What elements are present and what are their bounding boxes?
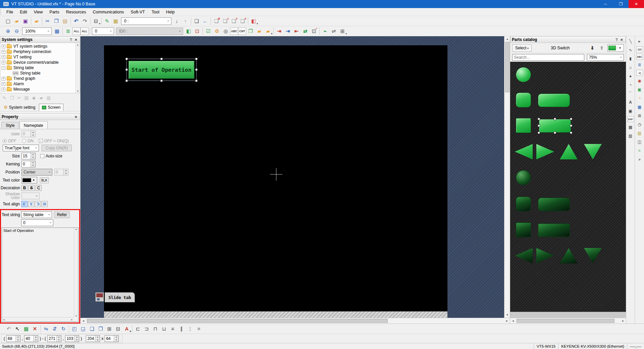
tree-expander[interactable]: + [2, 77, 5, 81]
workspace[interactable]: Start of Operation Slide tab [80, 36, 504, 318]
state-combo[interactable]: 0 [92, 28, 114, 35]
part-edit-button[interactable]: ☑ [204, 27, 213, 36]
state-stepper[interactable]: 0 [21, 131, 36, 137]
font-change-button[interactable]: A [122, 325, 131, 333]
tab-screen[interactable]: Screen [39, 104, 63, 111]
scroll-right-icon[interactable]: ► [504, 318, 510, 324]
usb-button[interactable]: ⇌ [329, 27, 338, 36]
scroll-thumb[interactable] [517, 319, 614, 323]
zoom-in-button[interactable]: ⊕ [4, 27, 12, 36]
position-stepper[interactable]: 0 [54, 169, 68, 176]
search-input[interactable] [512, 54, 584, 61]
transfer-from-vt-button[interactable]: ⇥ [283, 27, 292, 36]
tree-expander[interactable]: + [2, 45, 5, 48]
page-thumbnail-icon[interactable] [95, 292, 104, 302]
x2-stepper[interactable]: 271 [47, 335, 61, 342]
save-button[interactable]: ▣ [21, 17, 30, 26]
prev-category-icon[interactable]: ⬆ [598, 44, 605, 52]
menu-resources[interactable]: Resources [63, 8, 90, 16]
rectangle-icon[interactable]: ▮ [627, 55, 634, 62]
tree-expander[interactable]: + [2, 55, 5, 59]
keypad-parts-icon[interactable]: ⊞ [636, 112, 643, 119]
tree-item-alarm[interactable]: + Alarm [1, 81, 75, 87]
open-file-button[interactable]: ▰ [12, 17, 21, 26]
distribute-button[interactable]: ⋮ [186, 325, 195, 333]
import-button[interactable]: ⇤ [292, 27, 301, 36]
part-triangle-right-bright[interactable] [536, 144, 554, 159]
meter-icon[interactable]: ◔ [636, 95, 643, 102]
resize-handle[interactable] [570, 118, 572, 120]
text-display-icon[interactable]: ABC [636, 54, 643, 60]
tab-system-setting[interactable]: ⚙ System setting [1, 103, 38, 111]
group-button[interactable]: ⊞ [105, 325, 114, 333]
convert-button[interactable]: ⇄ [301, 27, 310, 36]
grid-all-off-button[interactable]: ALL [80, 28, 89, 35]
window-1-button[interactable]: ❏1 [221, 17, 229, 26]
menu-help[interactable]: Help [163, 8, 178, 16]
tree-expander[interactable]: + [2, 88, 5, 91]
resize-handle[interactable] [554, 118, 556, 120]
height-stepper[interactable]: 64 [105, 335, 119, 342]
maximize-button[interactable]: ❐ [613, 0, 629, 8]
tree-expander[interactable]: + [2, 61, 5, 64]
part-rounded-rect-dark[interactable] [538, 198, 570, 211]
tree-item-device-comment-variable[interactable]: + Device comment/variable [1, 60, 75, 65]
string-index-select[interactable]: 0 [21, 219, 53, 226]
monitor-button[interactable]: ⊡✓ [310, 27, 318, 36]
part-square-bright[interactable] [516, 118, 531, 133]
catalog-zoom-select[interactable]: 75% [587, 54, 624, 61]
part-rounded-square-dark[interactable] [516, 197, 531, 211]
on-radio[interactable] [22, 139, 26, 143]
loupe-button[interactable]: ◎ [221, 27, 230, 36]
library-menu-button[interactable]: ▰ [264, 27, 272, 36]
align-top-button[interactable]: ⊓ [151, 325, 160, 333]
string-list-hscroll[interactable]: ◄► [2, 317, 74, 321]
menu-edit[interactable]: Edit [16, 8, 31, 16]
canvas-vscrollbar[interactable]: ▲ ▼ [504, 36, 510, 318]
auto-size-checkbox[interactable] [40, 154, 44, 158]
count-list-button[interactable]: CNT [238, 28, 246, 35]
resize-handle[interactable] [554, 132, 556, 134]
strike-button[interactable]: S [29, 185, 35, 191]
position-select[interactable]: Center [21, 169, 52, 176]
width-stepper[interactable]: 204 [86, 335, 100, 342]
export-disabled-button[interactable]: ▥ [45, 94, 52, 101]
switch-icon[interactable]: ▣ [636, 86, 643, 93]
string-list-vscroll[interactable]: ▲▼ [74, 228, 78, 317]
scroll-thumb[interactable] [505, 42, 509, 92]
redo-button[interactable]: ↷ [80, 17, 89, 26]
keypad-button[interactable]: ▦ [111, 17, 120, 26]
y2-stepper[interactable]: 103 [65, 335, 79, 342]
align-right-button[interactable]: ⊐ [142, 325, 151, 333]
more-parts-icon[interactable]: » [636, 156, 643, 163]
simulator-button[interactable]: ⊞ [338, 27, 347, 36]
dxf-icon[interactable]: DXF [627, 116, 634, 122]
zoom-combo[interactable]: 100% [22, 28, 52, 35]
table-icon[interactable]: ▦ [627, 123, 634, 131]
string-list[interactable]: Start of Operation ▲▼ ◄► [2, 228, 78, 322]
bring-forward-button[interactable]: ❏ [88, 325, 96, 333]
refer-button[interactable]: Refer [54, 211, 70, 218]
cut-disabled-button[interactable]: ✂ [15, 94, 23, 101]
part-color-picker[interactable]: ▼ [607, 44, 624, 52]
grid-button[interactable]: ▦ [53, 27, 61, 36]
thumbnail-icon[interactable]: ▧ [636, 130, 643, 137]
window-base-button[interactable]: ❏B [212, 17, 221, 26]
resize-handle[interactable] [195, 68, 198, 71]
ellipse-icon[interactable]: ● [627, 72, 634, 80]
pin-icon[interactable]: ⊤ [68, 37, 73, 42]
copy-button[interactable]: ❐ [52, 17, 61, 26]
y1-stepper[interactable]: 40 [24, 335, 38, 342]
zoom-out-button[interactable]: ⊖ [12, 27, 21, 36]
tree-item-vt-system-settings[interactable]: + VT system settings [1, 44, 75, 49]
part-triangle-up-bright[interactable] [560, 144, 578, 159]
align-center-button[interactable] [28, 201, 34, 207]
tree-item-string-table-child[interactable]: String table [1, 70, 75, 76]
polygon-icon[interactable]: ⌂ [627, 64, 634, 71]
tree-item-vt-setting[interactable]: + VT setting [1, 54, 75, 60]
close-icon[interactable]: ✕ [73, 114, 78, 119]
line-icon[interactable]: ╲ [627, 38, 634, 45]
back-button[interactable]: ← [201, 17, 210, 26]
merge-disabled-button[interactable]: ◆ [30, 94, 38, 101]
sector-icon[interactable]: ◔ [627, 81, 634, 89]
